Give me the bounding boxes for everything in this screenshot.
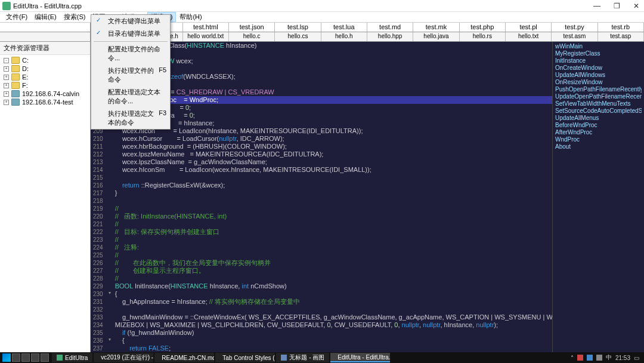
fold-marker[interactable] [107,135,113,143]
fold-marker[interactable] [107,282,113,290]
tree-item[interactable]: +192.168.6.74-calvin [0,90,90,98]
tab-test.py[interactable]: test.py [552,23,597,32]
taskbar-app[interactable]: README.zh-CN.md... [154,353,214,362]
code-line[interactable]: wcex.lpszClassName = g_acWindowClassName… [113,158,552,166]
close-button[interactable]: ✕ [631,2,642,10]
code-line[interactable]: WNDCLASSEXW wcex; [113,57,552,65]
clock[interactable]: 21:53 [615,355,630,361]
code-content[interactable]: ATOM MyRegisterClass(HINSTANCE hInstance… [113,42,552,362]
code-line[interactable]: // 注释: [113,244,552,251]
symbol-item[interactable]: OnResizeWindow [555,79,642,86]
fold-marker[interactable]: ▾ [107,337,113,344]
code-line[interactable]: wcex.hCursor = LoadCursor(nullptr, IDC_A… [113,135,552,143]
tree-expand-icon[interactable]: - [4,58,9,63]
tree-expand-icon[interactable]: + [4,100,9,105]
menu-6[interactable]: 帮助(H) [176,12,205,22]
tree-item[interactable]: +E: [0,73,90,81]
dropdown-item[interactable]: 执行处理文件的命令F5 [91,64,170,86]
task-view-icon[interactable] [21,353,30,362]
tab-hello.txt[interactable]: hello.txt [506,32,552,41]
tab-hello.hpp[interactable]: hello.hpp [367,32,413,41]
tree-expand-icon[interactable]: + [4,66,9,72]
taskbar-app[interactable]: vc2019 (正在运行) - ... [94,353,153,362]
code-line[interactable]: { [113,290,552,298]
tree-item[interactable]: +D: [0,64,90,73]
symbol-item[interactable]: UpdateOpenPathFilenameRecently [555,93,642,100]
code-line[interactable]: { [113,50,552,57]
fold-marker[interactable] [107,275,113,282]
code-line[interactable]: return FALSE; [113,344,552,352]
tray-ime-icon[interactable]: 中 [606,353,612,362]
tree-item[interactable]: +192.168.6.74-test [0,98,90,106]
tab-test.lsp[interactable]: test.lsp [275,23,321,32]
code-line[interactable]: wcex.lpfnWndProc = WndProc; [113,96,552,104]
fold-marker[interactable] [107,267,113,275]
code-line[interactable]: // 创建和显示主程序窗口。 [113,267,552,275]
code-line[interactable]: wcex.cbSize = sizeof(WNDCLASSEX); [113,73,552,81]
tray-network-icon[interactable] [587,355,593,361]
code-line[interactable]: // [113,205,552,213]
tab-test.mk[interactable]: test.mk [413,23,459,32]
taskbar-app[interactable]: Tab Control Styles (... [215,353,275,362]
fold-marker[interactable] [107,306,113,313]
symbol-item[interactable]: MyRegisterClass [555,50,642,57]
tab-test.pl[interactable]: test.pl [506,23,552,32]
tree-item[interactable]: +F: [0,81,90,90]
code-line[interactable]: BOOL InitInstance(HINSTANCE hInstance, i… [113,282,552,290]
notification-icon[interactable]: ▭ [634,355,639,361]
code-line[interactable]: // [113,220,552,228]
start-button[interactable] [2,353,11,362]
menu-0[interactable]: 文件(F) [2,12,31,22]
tab-hello.h[interactable]: hello.h [321,32,367,41]
maximize-button[interactable]: ❐ [611,2,623,10]
code-line[interactable]: if (!g_hwndMainWindow) [113,329,552,337]
code-line[interactable]: wcex.hIconSm = LoadIcon(wcex.hInstance, … [113,166,552,174]
fold-marker[interactable] [107,166,113,174]
fold-marker[interactable] [107,321,113,329]
menu-2[interactable]: 搜索(S) [60,12,89,22]
symbol-item[interactable]: PushOpenPathFilenameRecently [555,86,642,93]
code-line[interactable]: // 在此函数中，我们在全局变量中保存实例句柄并 [113,259,552,267]
code-line[interactable]: wcex.cbWndExtra = 0; [113,112,552,119]
tab-test.html[interactable]: test.html [183,23,229,32]
symbol-item[interactable]: WndProc [555,136,642,143]
fold-marker[interactable] [107,228,113,236]
tray-icon[interactable] [577,355,583,361]
tab-hello.c[interactable]: hello.c [229,32,275,41]
symbol-item[interactable]: SetViewTabWidthMenuTexts [555,100,642,107]
code-line[interactable]: ATOM MyRegisterClass(HINSTANCE hInstance… [113,42,552,50]
fold-marker[interactable] [107,182,113,189]
dropdown-item[interactable]: 配置处理选定文本的命令... [91,86,170,107]
fold-marker[interactable] [107,213,113,220]
symbol-item[interactable]: BeforeWndProc [555,122,642,129]
fold-marker[interactable] [107,329,113,337]
dropdown-item[interactable]: ✓文件右键弹出菜单 [91,15,170,27]
code-line[interactable]: wcex.hInstance = hInstance; [113,119,552,127]
taskbar-app[interactable]: EditUltra [52,353,92,362]
symbol-item[interactable]: AfterWndProc [555,129,642,136]
symbol-item[interactable]: About [555,143,642,150]
fold-marker[interactable] [107,150,113,158]
code-line[interactable] [113,174,552,182]
code-line[interactable]: // [113,236,552,244]
tab-test.asp[interactable]: test.asp [598,32,644,41]
fold-marker[interactable] [107,251,113,259]
fold-marker[interactable] [107,298,113,306]
fold-marker[interactable] [107,189,113,197]
code-line[interactable]: wcex.lpszMenuName = MAKEINTRESOURCEA(IDC… [113,150,552,158]
minimize-button[interactable]: — [591,2,603,10]
code-line[interactable] [113,65,552,73]
dropdown-item[interactable]: ✓目录右键弹出菜单 [91,27,170,40]
symbol-item[interactable]: OnCreateWindow [555,64,642,72]
code-line[interactable]: wcex.hbrBackground = (HBRUSH)(COLOR_WIND… [113,143,552,150]
tree-expand-icon[interactable]: + [4,83,9,88]
explorer-icon[interactable] [31,353,39,362]
fold-marker[interactable] [107,344,113,352]
code-line[interactable] [113,197,552,205]
tab-hello.cs[interactable]: hello.cs [275,32,321,41]
code-line[interactable] [113,81,552,88]
tab-test.md[interactable]: test.md [367,23,413,32]
dropdown-item[interactable]: 配置处理文件的命令... [91,43,170,64]
code-line[interactable]: wcex.cbClsExtra = 0; [113,104,552,112]
code-line[interactable]: MIZEBOX | WS_MAXIMIZE | WS_CLIPCHILDREN,… [113,321,552,329]
